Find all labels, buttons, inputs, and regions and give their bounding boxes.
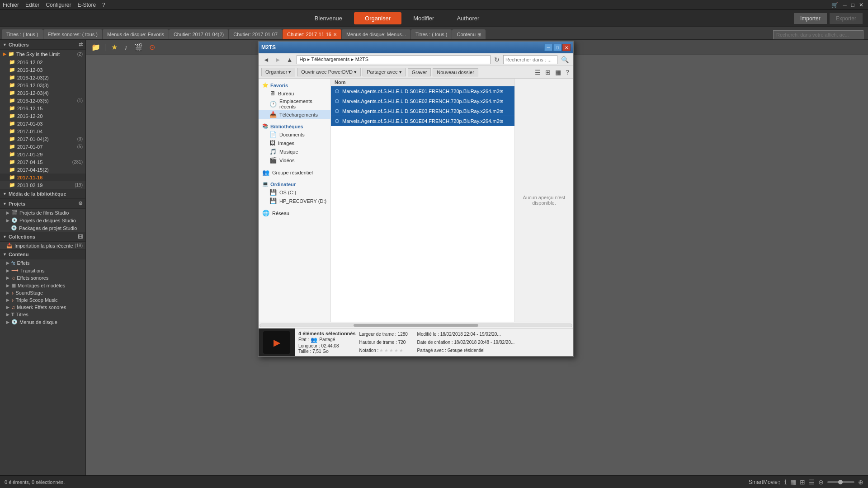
tab-menus-favoris[interactable]: Menus de disque: Favoris xyxy=(103,29,169,39)
search-input[interactable] xyxy=(773,30,863,39)
bottom-view1-icon[interactable]: ▦ xyxy=(790,479,796,486)
export-button[interactable]: Exporter xyxy=(830,13,863,24)
sidebar-item-2018-02-19[interactable]: 📁 2018-02-19 (19) xyxy=(0,181,85,189)
dialog-address-path[interactable]: Hp ▸ Téléchargements ▸ M2TS xyxy=(297,55,491,64)
nav-item-recent[interactable]: 🕐 Emplacements récents xyxy=(259,98,330,110)
sidebar-item-2017-04-15[interactable]: 📁 2017-04-15 (281) xyxy=(0,158,85,166)
projets-settings-icon[interactable]: ⚙ xyxy=(78,201,83,206)
dialog-view-list-icon[interactable]: ☰ xyxy=(533,69,542,76)
sidebar-item-soundstage[interactable]: ▶ ♪ SoundStage xyxy=(0,289,85,296)
file-row-2[interactable]: ⊙ Marvels.Agents.of.S.H.I.E.L.D.S01E02.F… xyxy=(331,96,514,106)
sidebar-item-effets[interactable]: ▶ fx Effets xyxy=(0,259,85,267)
toolbar-authorer[interactable]: Authorer xyxy=(446,12,490,24)
dialog-back-icon[interactable]: ◄ xyxy=(261,56,271,63)
sidebar-item-2016-12-03[interactable]: 📁 2016-12-03 xyxy=(0,66,85,74)
sidebar-item-sky-limit[interactable]: ▶ 📁 The Sky is the Limit (2) xyxy=(0,50,85,58)
sidebar-item-2016-12-02[interactable]: 📁 2016-12-02 xyxy=(0,58,85,66)
collections-header[interactable]: ▼ Collections 🎞 xyxy=(0,232,85,242)
circle-btn[interactable]: ⊙ xyxy=(147,42,157,52)
nav-item-groupe[interactable]: 👥 Groupe résidentiel xyxy=(259,166,330,177)
bottom-zoom-slider[interactable] xyxy=(827,481,854,483)
nav-item-images[interactable]: 🖼 Images xyxy=(259,139,330,147)
sidebar-item-2017-01-03[interactable]: 📁 2017-01-03 xyxy=(0,120,85,127)
tab-titres-tous-1[interactable]: Titres : ( tous ) xyxy=(2,29,43,39)
file-row-3[interactable]: ⊙ Marvels.Agents.of.S.H.I.E.L.D.S01E03.F… xyxy=(331,106,514,116)
tab-menus-menus[interactable]: Menus de disque: Menus... xyxy=(342,29,410,39)
sidebar-item-2016-12-03-2[interactable]: 📁 2016-12-03(2) xyxy=(0,74,85,81)
dialog-view-grid-icon[interactable]: ▦ xyxy=(554,69,562,76)
sidebar-item-importation[interactable]: 📥 Importation la plus récente (19) xyxy=(0,242,85,249)
sidebar-item-muserk[interactable]: ▶ ♫ Muserk Effets sonores xyxy=(0,304,85,311)
music-btn[interactable]: ♪ xyxy=(122,42,129,52)
window-cart-icon[interactable]: 🛒 xyxy=(830,2,840,8)
chutiers-settings-icon[interactable]: ⇄ xyxy=(79,42,83,47)
file-row-1[interactable]: ⊙ Marvels.Agents.of.S.H.I.E.L.D.S01E01.F… xyxy=(331,86,514,96)
dialog-burn-btn[interactable]: Graver xyxy=(408,68,431,76)
menu-help[interactable]: ? xyxy=(102,2,105,8)
bottom-info-icon[interactable]: ℹ xyxy=(784,479,787,486)
projets-header[interactable]: ▼ Projets ⚙ xyxy=(0,199,85,209)
dialog-refresh-icon[interactable]: ↻ xyxy=(492,56,501,63)
sidebar-item-effets-sonores[interactable]: ▶ ♫ Effets sonores xyxy=(0,274,85,282)
menu-fichier[interactable]: Fichier xyxy=(3,2,19,8)
import-button[interactable]: Importer xyxy=(794,13,827,24)
film-btn[interactable]: 🎬 xyxy=(132,42,145,52)
col-name-header[interactable]: Nom xyxy=(335,80,511,85)
tab-chutier-2017-01-07[interactable]: Chutier: 2017-01-07 xyxy=(229,29,282,39)
dialog-view-detail-icon[interactable]: ⊞ xyxy=(544,69,552,76)
nav-item-os-c[interactable]: 💾 OS (C:) xyxy=(259,188,330,197)
star-btn[interactable]: ★ xyxy=(109,42,119,52)
window-minimize-btn[interactable]: ─ xyxy=(841,2,849,8)
nav-item-telechargements[interactable]: 📥 Téléchargements xyxy=(259,110,330,119)
contenu-header[interactable]: ▼ Contenu xyxy=(0,249,85,259)
dialog-organiser-btn[interactable]: Organiser ▾ xyxy=(261,68,295,76)
window-maximize-btn[interactable]: □ xyxy=(849,2,856,8)
sidebar-item-disques-studio[interactable]: ▶ 💿 Projets de disques Studio xyxy=(0,216,85,224)
star-5[interactable]: ★ xyxy=(399,348,403,353)
menu-estore[interactable]: E-Store xyxy=(77,2,96,8)
media-header[interactable]: ▼ Média de la bibliothèque xyxy=(0,189,85,199)
toolbar-modifier[interactable]: Modifier xyxy=(402,12,445,24)
star-1[interactable]: ★ xyxy=(379,348,383,353)
star-3[interactable]: ★ xyxy=(389,348,393,353)
nav-item-bureau[interactable]: 🖥 Bureau xyxy=(259,89,330,98)
menu-editer[interactable]: Editer xyxy=(25,2,39,8)
dialog-close-btn[interactable]: ✕ xyxy=(562,44,571,51)
sidebar-item-transitions[interactable]: ▶ ⟶ Transitions xyxy=(0,267,85,274)
collections-settings-icon[interactable]: 🎞 xyxy=(78,234,83,239)
sidebar-item-2017-01-07[interactable]: 📁 2017-01-07 (5) xyxy=(0,143,85,150)
sidebar-item-packages-studio[interactable]: 💿 Packages de projet Studio xyxy=(0,224,85,232)
sidebar-item-2016-12-20[interactable]: 📁 2016-12-20 xyxy=(0,112,85,120)
dialog-search-input[interactable] xyxy=(503,55,557,64)
sidebar-item-2017-11-16[interactable]: 📁 2017-11-16 xyxy=(0,174,85,181)
dialog-search-icon[interactable]: 🔍 xyxy=(559,56,571,63)
tab-effets-sonores[interactable]: Effets sonores: ( tous ) xyxy=(43,29,102,39)
sidebar-item-2016-12-03-5[interactable]: 📁 2016-12-03(5) (1) xyxy=(0,97,85,104)
bottom-zoom-icon[interactable]: ⊖ xyxy=(818,479,824,486)
star-2[interactable]: ★ xyxy=(384,348,388,353)
sidebar-item-montages[interactable]: ▶ ▦ Montages et modèles xyxy=(0,282,85,289)
sidebar-item-2016-12-03-3[interactable]: 📁 2016-12-03(3) xyxy=(0,81,85,89)
sidebar-item-2017-01-04[interactable]: 📁 2017-01-04 xyxy=(0,127,85,135)
bottom-sync-icon[interactable]: ↕ xyxy=(778,479,781,486)
window-close-btn[interactable]: ✕ xyxy=(857,2,865,8)
nav-item-musique[interactable]: 🎵 Musique xyxy=(259,147,330,156)
sidebar-item-triple-scoop[interactable]: ▶ ♪ Triple Scoop Music xyxy=(0,296,85,304)
nav-item-reseau[interactable]: 🌐 Réseau xyxy=(259,207,330,217)
dialog-maximize-btn[interactable]: □ xyxy=(553,44,561,51)
sidebar-item-films-studio[interactable]: ▶ 🎬 Projets de films Studio xyxy=(0,209,85,216)
menu-configurer[interactable]: Configurer xyxy=(46,2,71,8)
sidebar-item-2017-01-29[interactable]: 📁 2017-01-29 xyxy=(0,150,85,158)
tab-chutier-2017-01-04[interactable]: Chutier: 2017-01-04(2) xyxy=(169,29,228,39)
tab-chutier-2017-11-16[interactable]: Chutier: 2017-11-16 ✕ xyxy=(283,29,341,39)
chutiers-header[interactable]: ▼ Chutiers ⇄ xyxy=(0,40,85,50)
nav-item-hp-recovery[interactable]: 💾 HP_RECOVERY (D:) xyxy=(259,197,330,205)
bottom-zoom-in-icon[interactable]: ⊕ xyxy=(858,479,863,486)
toolbar-bienvenue[interactable]: Bienvenue xyxy=(304,12,353,24)
dialog-forward-icon[interactable]: ► xyxy=(273,56,283,63)
nav-item-documents[interactable]: 📄 Documents xyxy=(259,130,330,139)
sidebar-item-menus-disque[interactable]: ▶ 💿 Menus de disque xyxy=(0,318,85,326)
sidebar-item-2016-12-15[interactable]: 📁 2016-12-15 xyxy=(0,104,85,112)
add-folder-btn[interactable]: 📁 xyxy=(90,42,102,52)
nav-item-videos[interactable]: 🎬 Vidéos xyxy=(259,156,330,164)
